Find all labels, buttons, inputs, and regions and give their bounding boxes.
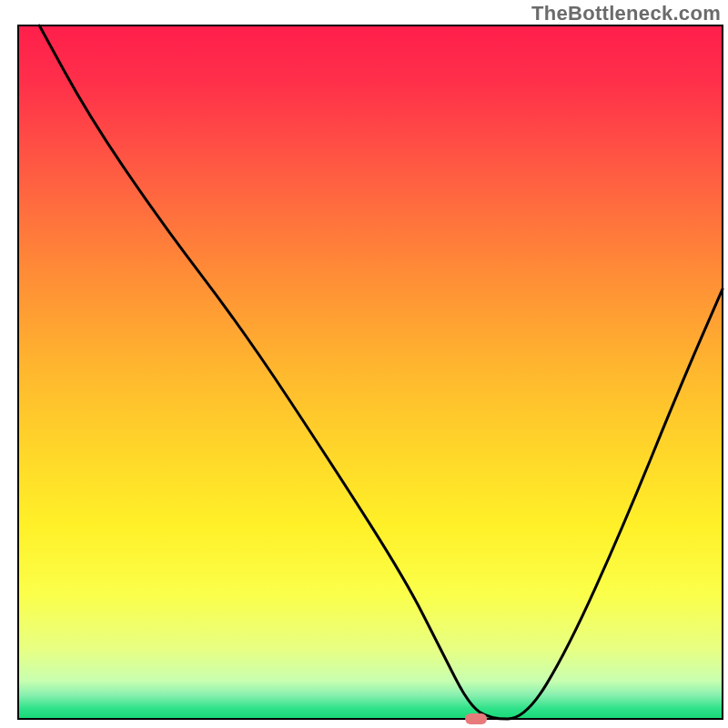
sweet-spot-marker [465, 713, 487, 724]
bottleneck-chart-svg [0, 0, 728, 728]
chart-stage: TheBottleneck.com [0, 0, 728, 728]
plot-background [18, 25, 723, 719]
watermark-text: TheBottleneck.com [531, 2, 721, 25]
